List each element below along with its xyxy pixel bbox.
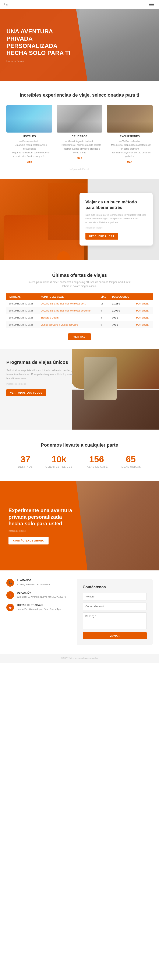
row-days: 5 xyxy=(98,321,110,328)
offers-more-button[interactable]: VER MÁS xyxy=(68,333,91,340)
form-submit-button[interactable]: ENVIAR xyxy=(83,632,147,639)
stress-source: Imagen de Freepik xyxy=(85,227,147,229)
col-date: PARTIDAS xyxy=(6,293,38,300)
excursion-card-title: EXCURSIONES xyxy=(107,135,153,138)
stat-item: 10k CLIENTES FELICES xyxy=(46,454,72,468)
programs-content: Programas de viajes únicos Sed ut aliqui… xyxy=(0,349,80,430)
stat-item: 65 IDEAS ÚNICAS xyxy=(120,454,141,468)
table-row: 10 SEPTIEMBRE 2023 Ciudad del Cairo a Ci… xyxy=(6,321,153,328)
offers-title: Últimas ofertas de viajes xyxy=(6,272,153,278)
stat-number: 156 xyxy=(85,454,108,465)
footer-contact: 📞 LLÁMANOS +1(056) 240 9571, +1234567890… xyxy=(6,579,70,616)
col-per xyxy=(134,293,153,300)
col-days: DÍAS xyxy=(98,293,110,300)
programs-section: Programas de viajes únicos Sed ut aliqui… xyxy=(0,349,159,430)
row-name: De Zanzíbar a las islas más hermosas de … xyxy=(38,307,98,314)
programs-title: Programas de viajes únicos xyxy=(6,360,73,366)
footer-icon-hours: ⏰ xyxy=(6,604,14,611)
footer-row: 📞 LLÁMANOS +1(056) 240 9571, +1234567890… xyxy=(6,579,153,645)
row-date: 10 SEPTIEMBRE 2023 xyxy=(6,321,38,328)
experiences-title: Increíbles experiencias de viaje, selecc… xyxy=(6,92,153,99)
row-name: De Zanzíbar a las islas más hermosas de… xyxy=(38,300,98,307)
form-email-input[interactable] xyxy=(83,603,147,610)
excursion-card-link[interactable]: MAS xyxy=(127,161,132,164)
hotel-card-image xyxy=(6,105,52,132)
footer-item-text: +1(056) 240 9571, +1234567890 xyxy=(17,583,51,586)
programs-overlay-image xyxy=(84,357,116,400)
stat-label: DESTINOS xyxy=(18,465,33,468)
cta-section: Experimente una aventura privada persona… xyxy=(0,481,159,570)
row-price: 1.200 € xyxy=(110,307,134,314)
cards-container: HOTELES — Desayuno diario— Un amplio men… xyxy=(6,105,153,164)
hero-title: UNA AVENTURA PRIVADA PERSONALIZADA HECHA… xyxy=(6,28,77,56)
hero-orange-panel: UNA AVENTURA PRIVADA PERSONALIZADA HECHA… xyxy=(0,9,88,81)
offers-section: Últimas ofertas de viajes Lorem ipsum do… xyxy=(0,260,159,349)
cruise-card: CRUCEROS — Menú integrado dedicado— Reco… xyxy=(57,105,102,164)
stress-desc: Duis aute irure dolor in reprehenderit i… xyxy=(85,213,147,224)
footer-icon-phone: 📞 xyxy=(6,579,14,587)
row-per: POR VIAJE xyxy=(134,314,153,321)
stress-title: Viajar es un buen método para liberar es… xyxy=(85,199,147,210)
stress-cta-button[interactable]: DESCUBRE AHORA xyxy=(85,233,118,240)
footer-item-title: UBICACIÓN xyxy=(17,591,66,594)
stat-number: 37 xyxy=(18,454,33,465)
offers-table-header: PARTIDAS NOMBRE DEL VIAJE DÍAS DESDE/EUR… xyxy=(6,293,153,300)
menu-bar xyxy=(149,6,154,6)
footer-item-text: 123 Block 21 Avenue, Nueva York, EUA, 25… xyxy=(17,595,66,599)
hotel-card-link[interactable]: MAS xyxy=(27,161,32,164)
cruise-card-link[interactable]: MAS xyxy=(77,157,82,159)
stats-row: 37 DESTINOS 10k CLIENTES FELICES 156 TAZ… xyxy=(6,454,153,468)
row-days: 3 xyxy=(98,314,110,321)
footer-contact-phone: 📞 LLÁMANOS +1(056) 240 9571, +1234567890 xyxy=(6,579,70,587)
stat-item: 37 DESTINOS xyxy=(18,454,33,468)
programs-desc: Sed ut aliqui vulputate aliquam. Ut enim… xyxy=(6,369,73,381)
hotel-card-title: HOTELES xyxy=(6,135,52,138)
programs-source: Imágenes de Freepik xyxy=(6,383,73,385)
col-price: DESDE/EUROS xyxy=(110,293,134,300)
hero-image-overlay xyxy=(80,9,159,81)
hamburger-menu[interactable] xyxy=(148,2,155,7)
col-name: NOMBRE DEL VIAJE xyxy=(38,293,98,300)
footer-form: Contáctenos ENVIAR xyxy=(77,579,153,645)
row-per: POR VIAJE xyxy=(134,321,153,328)
experiences-image-source: Imágenes de Freepik xyxy=(6,168,153,170)
hero-section: UNA AVENTURA PRIVADA PERSONALIZADA HECHA… xyxy=(0,9,159,81)
row-date: 10 SEPTIEMBRE 2023 xyxy=(6,300,38,307)
excursion-card-desc: — Tarifas preferidas— Más de 200 propied… xyxy=(107,140,153,158)
row-name: Bienada a Dublín xyxy=(38,314,98,321)
table-row: 10 SEPTIEMBRE 2023 De Zanzíbar a las isl… xyxy=(6,307,153,314)
excursion-card-image xyxy=(107,105,153,132)
row-date: 10 SEPTIEMBRE 2023 xyxy=(6,307,38,314)
programs-button[interactable]: VER TODOS LOS TODOS xyxy=(6,389,46,396)
cruise-card-image xyxy=(57,105,102,132)
footer-contact-location: 📍 UBICACIÓN 123 Block 21 Avenue, Nueva Y… xyxy=(6,591,70,599)
cruise-card-title: CRUCEROS xyxy=(57,135,102,138)
footer-item-title: LLÁMANOS xyxy=(17,579,51,582)
stat-label: IDEAS ÚNICAS xyxy=(120,465,141,468)
cta-title: Experimente una aventura privada persona… xyxy=(8,507,75,527)
offers-table: PARTIDAS NOMBRE DEL VIAJE DÍAS DESDE/EUR… xyxy=(6,293,153,328)
table-row: 10 SEPTIEMBRE 2023 De Zanzíbar a las isl… xyxy=(6,300,153,307)
row-price: 300 € xyxy=(110,314,134,321)
cta-orange-panel: Experimente una aventura privada persona… xyxy=(0,481,88,570)
footer-contact-hours: ⏰ HORAS DE TRABAJO Lun. – Vie.: 8 am – 6… xyxy=(6,604,70,611)
footer-bottom: © 2023 Todos los derechos reservados xyxy=(0,654,159,663)
stat-number: 10k xyxy=(46,454,72,465)
stress-section: Viajar es un buen método para liberar es… xyxy=(0,179,159,260)
row-price: 700 € xyxy=(110,321,134,328)
form-name-input[interactable] xyxy=(83,593,147,600)
excursion-card: EXCURSIONES — Tarifas preferidas— Más de… xyxy=(107,105,153,164)
form-title: Contáctenos xyxy=(83,585,147,589)
menu-bar xyxy=(149,3,154,3)
offers-more-container: VER MÁS xyxy=(6,333,153,340)
offers-desc: Lorem ipsum dolor sit amet, consectetur … xyxy=(27,280,132,288)
stats-section: Podemos llevarte a cualquier parte 37 DE… xyxy=(0,430,159,481)
row-price: 1.725 € xyxy=(110,300,134,307)
stat-label: CLIENTES FELICES xyxy=(46,465,72,468)
form-message-input[interactable] xyxy=(83,612,147,629)
row-name: Ciudad del Cairo a Ciudad del Cairo xyxy=(38,321,98,328)
stat-item: 156 TAZAS DE CAFÉ xyxy=(85,454,108,468)
cta-button[interactable]: CONTÁCTENOS AHORA xyxy=(8,537,49,544)
cruise-card-desc: — Menú integrado dedicado— Recorremos el… xyxy=(57,140,102,154)
stress-content-card: Viajar es un buen método para liberar es… xyxy=(80,193,153,245)
